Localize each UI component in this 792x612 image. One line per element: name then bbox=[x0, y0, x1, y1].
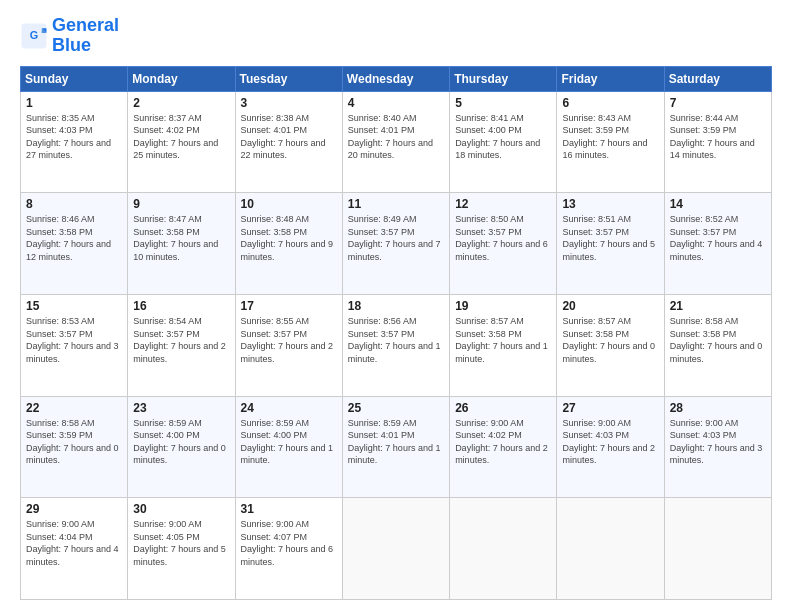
day-info: Sunrise: 8:37 AM Sunset: 4:02 PM Dayligh… bbox=[133, 112, 229, 162]
calendar-cell: 9 Sunrise: 8:47 AM Sunset: 3:58 PM Dayli… bbox=[128, 193, 235, 295]
day-number: 10 bbox=[241, 197, 337, 211]
calendar-cell: 7 Sunrise: 8:44 AM Sunset: 3:59 PM Dayli… bbox=[664, 91, 771, 193]
svg-text:G: G bbox=[30, 29, 38, 41]
calendar-cell bbox=[557, 498, 664, 600]
calendar-cell bbox=[342, 498, 449, 600]
calendar-cell: 4 Sunrise: 8:40 AM Sunset: 4:01 PM Dayli… bbox=[342, 91, 449, 193]
calendar-cell: 30 Sunrise: 9:00 AM Sunset: 4:05 PM Dayl… bbox=[128, 498, 235, 600]
calendar-cell: 14 Sunrise: 8:52 AM Sunset: 3:57 PM Dayl… bbox=[664, 193, 771, 295]
day-info: Sunrise: 8:55 AM Sunset: 3:57 PM Dayligh… bbox=[241, 315, 337, 365]
day-number: 4 bbox=[348, 96, 444, 110]
day-number: 18 bbox=[348, 299, 444, 313]
day-info: Sunrise: 8:47 AM Sunset: 3:58 PM Dayligh… bbox=[133, 213, 229, 263]
calendar-cell: 2 Sunrise: 8:37 AM Sunset: 4:02 PM Dayli… bbox=[128, 91, 235, 193]
day-info: Sunrise: 8:35 AM Sunset: 4:03 PM Dayligh… bbox=[26, 112, 122, 162]
day-number: 15 bbox=[26, 299, 122, 313]
day-number: 8 bbox=[26, 197, 122, 211]
calendar-cell: 26 Sunrise: 9:00 AM Sunset: 4:02 PM Dayl… bbox=[450, 396, 557, 498]
day-info: Sunrise: 8:59 AM Sunset: 4:00 PM Dayligh… bbox=[133, 417, 229, 467]
calendar-cell: 28 Sunrise: 9:00 AM Sunset: 4:03 PM Dayl… bbox=[664, 396, 771, 498]
day-info: Sunrise: 9:00 AM Sunset: 4:05 PM Dayligh… bbox=[133, 518, 229, 568]
logo-icon: G bbox=[20, 22, 48, 50]
day-info: Sunrise: 9:00 AM Sunset: 4:02 PM Dayligh… bbox=[455, 417, 551, 467]
day-number: 13 bbox=[562, 197, 658, 211]
day-number: 20 bbox=[562, 299, 658, 313]
calendar-cell: 27 Sunrise: 9:00 AM Sunset: 4:03 PM Dayl… bbox=[557, 396, 664, 498]
day-header-sunday: Sunday bbox=[21, 66, 128, 91]
day-info: Sunrise: 8:58 AM Sunset: 3:59 PM Dayligh… bbox=[26, 417, 122, 467]
calendar-cell: 17 Sunrise: 8:55 AM Sunset: 3:57 PM Dayl… bbox=[235, 294, 342, 396]
day-number: 5 bbox=[455, 96, 551, 110]
day-info: Sunrise: 8:46 AM Sunset: 3:58 PM Dayligh… bbox=[26, 213, 122, 263]
day-header-tuesday: Tuesday bbox=[235, 66, 342, 91]
calendar-cell bbox=[450, 498, 557, 600]
calendar-week-3: 15 Sunrise: 8:53 AM Sunset: 3:57 PM Dayl… bbox=[21, 294, 772, 396]
calendar-cell: 20 Sunrise: 8:57 AM Sunset: 3:58 PM Dayl… bbox=[557, 294, 664, 396]
calendar-cell: 10 Sunrise: 8:48 AM Sunset: 3:58 PM Dayl… bbox=[235, 193, 342, 295]
day-number: 23 bbox=[133, 401, 229, 415]
calendar-cell: 3 Sunrise: 8:38 AM Sunset: 4:01 PM Dayli… bbox=[235, 91, 342, 193]
day-number: 30 bbox=[133, 502, 229, 516]
calendar-week-1: 1 Sunrise: 8:35 AM Sunset: 4:03 PM Dayli… bbox=[21, 91, 772, 193]
calendar-cell: 23 Sunrise: 8:59 AM Sunset: 4:00 PM Dayl… bbox=[128, 396, 235, 498]
calendar-cell: 5 Sunrise: 8:41 AM Sunset: 4:00 PM Dayli… bbox=[450, 91, 557, 193]
calendar-cell: 8 Sunrise: 8:46 AM Sunset: 3:58 PM Dayli… bbox=[21, 193, 128, 295]
day-number: 3 bbox=[241, 96, 337, 110]
day-number: 24 bbox=[241, 401, 337, 415]
day-info: Sunrise: 8:58 AM Sunset: 3:58 PM Dayligh… bbox=[670, 315, 766, 365]
calendar-cell: 29 Sunrise: 9:00 AM Sunset: 4:04 PM Dayl… bbox=[21, 498, 128, 600]
calendar-cell: 16 Sunrise: 8:54 AM Sunset: 3:57 PM Dayl… bbox=[128, 294, 235, 396]
day-number: 27 bbox=[562, 401, 658, 415]
day-info: Sunrise: 8:49 AM Sunset: 3:57 PM Dayligh… bbox=[348, 213, 444, 263]
day-info: Sunrise: 8:41 AM Sunset: 4:00 PM Dayligh… bbox=[455, 112, 551, 162]
calendar-cell bbox=[664, 498, 771, 600]
day-info: Sunrise: 8:59 AM Sunset: 4:01 PM Dayligh… bbox=[348, 417, 444, 467]
calendar-week-5: 29 Sunrise: 9:00 AM Sunset: 4:04 PM Dayl… bbox=[21, 498, 772, 600]
day-number: 1 bbox=[26, 96, 122, 110]
day-header-friday: Friday bbox=[557, 66, 664, 91]
day-number: 19 bbox=[455, 299, 551, 313]
day-info: Sunrise: 8:57 AM Sunset: 3:58 PM Dayligh… bbox=[455, 315, 551, 365]
calendar-cell: 18 Sunrise: 8:56 AM Sunset: 3:57 PM Dayl… bbox=[342, 294, 449, 396]
day-number: 29 bbox=[26, 502, 122, 516]
day-info: Sunrise: 8:51 AM Sunset: 3:57 PM Dayligh… bbox=[562, 213, 658, 263]
calendar-cell: 13 Sunrise: 8:51 AM Sunset: 3:57 PM Dayl… bbox=[557, 193, 664, 295]
day-info: Sunrise: 8:54 AM Sunset: 3:57 PM Dayligh… bbox=[133, 315, 229, 365]
day-info: Sunrise: 9:00 AM Sunset: 4:07 PM Dayligh… bbox=[241, 518, 337, 568]
day-info: Sunrise: 8:50 AM Sunset: 3:57 PM Dayligh… bbox=[455, 213, 551, 263]
day-info: Sunrise: 8:52 AM Sunset: 3:57 PM Dayligh… bbox=[670, 213, 766, 263]
calendar-cell: 19 Sunrise: 8:57 AM Sunset: 3:58 PM Dayl… bbox=[450, 294, 557, 396]
day-number: 11 bbox=[348, 197, 444, 211]
day-info: Sunrise: 9:00 AM Sunset: 4:03 PM Dayligh… bbox=[670, 417, 766, 467]
day-info: Sunrise: 9:00 AM Sunset: 4:03 PM Dayligh… bbox=[562, 417, 658, 467]
day-number: 22 bbox=[26, 401, 122, 415]
calendar-cell: 1 Sunrise: 8:35 AM Sunset: 4:03 PM Dayli… bbox=[21, 91, 128, 193]
day-info: Sunrise: 8:48 AM Sunset: 3:58 PM Dayligh… bbox=[241, 213, 337, 263]
day-number: 25 bbox=[348, 401, 444, 415]
logo: G General Blue bbox=[20, 16, 119, 56]
day-number: 17 bbox=[241, 299, 337, 313]
day-number: 31 bbox=[241, 502, 337, 516]
day-number: 16 bbox=[133, 299, 229, 313]
day-info: Sunrise: 8:53 AM Sunset: 3:57 PM Dayligh… bbox=[26, 315, 122, 365]
day-number: 7 bbox=[670, 96, 766, 110]
day-header-wednesday: Wednesday bbox=[342, 66, 449, 91]
calendar-cell: 6 Sunrise: 8:43 AM Sunset: 3:59 PM Dayli… bbox=[557, 91, 664, 193]
calendar-table: SundayMondayTuesdayWednesdayThursdayFrid… bbox=[20, 66, 772, 600]
day-number: 9 bbox=[133, 197, 229, 211]
day-header-saturday: Saturday bbox=[664, 66, 771, 91]
day-number: 2 bbox=[133, 96, 229, 110]
calendar-cell: 24 Sunrise: 8:59 AM Sunset: 4:00 PM Dayl… bbox=[235, 396, 342, 498]
day-number: 26 bbox=[455, 401, 551, 415]
calendar-cell: 15 Sunrise: 8:53 AM Sunset: 3:57 PM Dayl… bbox=[21, 294, 128, 396]
calendar-cell: 12 Sunrise: 8:50 AM Sunset: 3:57 PM Dayl… bbox=[450, 193, 557, 295]
calendar-cell: 11 Sunrise: 8:49 AM Sunset: 3:57 PM Dayl… bbox=[342, 193, 449, 295]
calendar-week-4: 22 Sunrise: 8:58 AM Sunset: 3:59 PM Dayl… bbox=[21, 396, 772, 498]
day-number: 21 bbox=[670, 299, 766, 313]
day-info: Sunrise: 8:40 AM Sunset: 4:01 PM Dayligh… bbox=[348, 112, 444, 162]
day-info: Sunrise: 8:43 AM Sunset: 3:59 PM Dayligh… bbox=[562, 112, 658, 162]
day-number: 28 bbox=[670, 401, 766, 415]
day-header-thursday: Thursday bbox=[450, 66, 557, 91]
page: G General Blue SundayMondayTuesdayWednes… bbox=[0, 0, 792, 612]
day-info: Sunrise: 8:57 AM Sunset: 3:58 PM Dayligh… bbox=[562, 315, 658, 365]
